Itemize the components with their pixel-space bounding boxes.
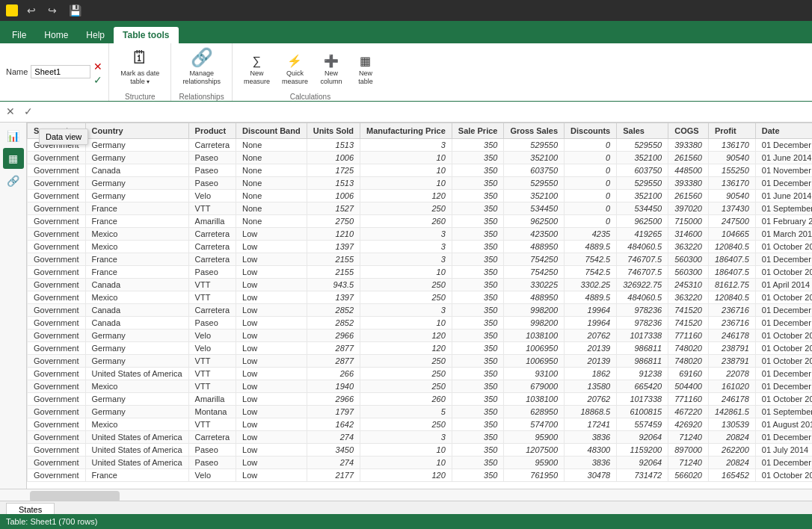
col-header-date[interactable]: Date [755,123,812,138]
manage-relationships-button[interactable]: 🔗 Managerelationships [177,43,226,90]
table-cell: 3 [360,303,452,316]
table-cell: 1397 [307,240,360,253]
table-cell: 350 [452,329,504,341]
table-cell: Mexico [85,240,188,253]
table-cell: Canada [85,316,188,329]
table-cell: 246178 [708,329,755,341]
col-header-gross-sales[interactable]: Gross Sales [504,123,565,138]
confirm-button[interactable]: ✓ [93,74,102,86]
table-cell: 48300 [565,443,617,456]
table-cell: 350 [452,405,504,418]
table-cell: Low [236,303,307,316]
table-cell: 350 [452,202,504,214]
col-header-cogs[interactable]: COGS [668,123,709,138]
table-cell: 01 October 2014 [755,354,812,367]
redo-button[interactable]: ↪ [45,3,60,18]
col-header-manufacturing-price[interactable]: Manufacturing Price [360,123,452,138]
table-cell: 250 [360,354,452,367]
horizontal-scrollbar[interactable] [0,489,812,501]
new-column-button[interactable]: ➕ Newcolumn [315,50,348,90]
table-cell: United States of America [85,443,188,456]
table-cell: 92064 [617,430,668,443]
table-cell: Government [28,189,86,202]
undo-button[interactable]: ↩ [24,3,39,18]
table-cell: 20762 [565,329,617,341]
table-cell: Low [236,430,307,443]
table-cell: 10 [360,265,452,278]
table-cell: Canada [85,303,188,316]
table-cell: 165452 [708,468,755,481]
table-cell: 748020 [668,341,709,354]
tab-home[interactable]: Home [35,27,77,43]
table-cell: 1862 [565,367,617,380]
table-cell: 155250 [708,164,755,176]
main-table-area[interactable]: SegmentCountryProductDiscount BandUnits … [27,123,812,489]
table-cell: 1642 [307,418,360,430]
tab-help[interactable]: Help [77,27,114,43]
save-button[interactable]: 💾 [66,3,84,18]
model-view-icon[interactable]: 🔗 [3,170,24,191]
formula-input[interactable] [39,105,809,118]
table-cell: 350 [452,253,504,265]
col-header-product[interactable]: Product [188,123,236,138]
data-view-icon[interactable]: ▦ [3,148,24,169]
table-cell: 01 February 2014 [755,214,812,227]
table-row: GovernmentCanadaPaseoLow2852103509982001… [28,316,813,329]
table-row: GovernmentGermanyAmarillaLow296626035010… [28,392,813,405]
structure-group: 🗓 Mark as datetable ▾ Structure [109,43,171,101]
table-cell: 0 [565,138,617,151]
table-cell: 352100 [617,189,668,202]
table-cell: 715000 [668,214,709,227]
table-cell: Mexico [85,291,188,303]
col-header-profit[interactable]: Profit [708,123,755,138]
quick-measure-button[interactable]: ⚡ Quickmeasure [277,50,313,90]
table-cell: 484060.5 [617,291,668,303]
table-cell: 71240 [668,456,709,468]
table-cell: None [236,151,307,164]
col-header-country[interactable]: Country [85,123,188,138]
col-header-discounts[interactable]: Discounts [565,123,617,138]
table-cell: 1797 [307,405,360,418]
table-cell: 1017338 [617,392,668,405]
tab-table-tools[interactable]: Table tools [114,27,178,43]
new-measure-button[interactable]: ∑ Newmeasure [239,51,275,90]
table-cell: Government [28,278,86,291]
formula-confirm-button[interactable]: ✓ [21,104,36,119]
col-header-sales[interactable]: Sales [617,123,668,138]
table-cell: 986811 [617,354,668,367]
name-input[interactable] [31,65,90,78]
mark-as-date-table-button[interactable]: 🗓 Mark as datetable ▾ [115,43,164,90]
table-cell: 104665 [708,227,755,240]
table-cell: Germany [85,329,188,341]
table-cell: Germany [85,405,188,418]
new-table-button[interactable]: ▦ Newtable [349,50,382,90]
table-cell: 3 [360,430,452,443]
table-cell: 363220 [668,291,709,303]
report-view-icon[interactable]: 📊 [3,126,24,146]
table-cell: Government [28,291,86,303]
table-cell: 01 June 2014 [755,189,812,202]
col-header-sale-price[interactable]: Sale Price [452,123,504,138]
cancel-button[interactable]: ✕ [93,61,102,72]
tab-file[interactable]: File [3,27,35,43]
table-cell: Amarilla [188,392,236,405]
table-cell: 13580 [565,380,617,392]
table-cell: 731472 [617,468,668,481]
col-header-discount-band[interactable]: Discount Band [236,123,307,138]
table-cell: Low [236,278,307,291]
table-cell: Germany [85,176,188,189]
table-cell: 01 October 2014 [755,291,812,303]
table-cell: Mexico [85,380,188,392]
app-body: 📊 ▦ 🔗 Data view SegmentCountryProductDis… [0,123,812,489]
table-cell: 350 [452,341,504,354]
table-cell: 136170 [708,138,755,151]
table-row: GovernmentUnited States of AmericaVTTLow… [28,367,813,380]
formula-cancel-button[interactable]: ✕ [3,104,18,119]
table-cell: 350 [452,380,504,392]
table-cell: Low [236,354,307,367]
col-header-units-sold[interactable]: Units Sold [307,123,360,138]
table-cell: 10 [360,456,452,468]
table-cell: Velo [188,468,236,481]
table-cell: Government [28,176,86,189]
table-cell: Government [28,329,86,341]
